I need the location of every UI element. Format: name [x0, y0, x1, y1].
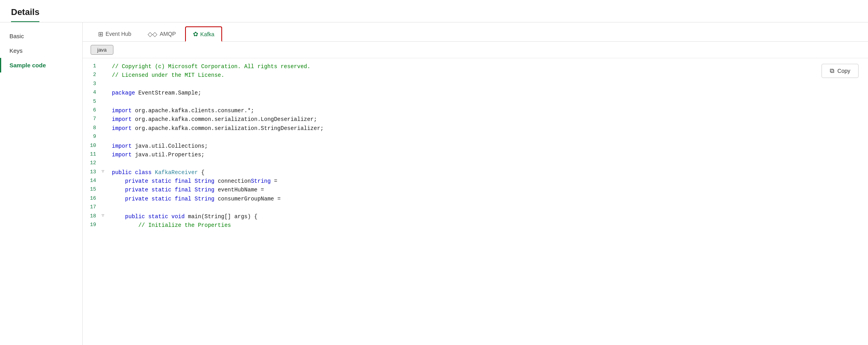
event-hub-icon: ⊞ [98, 30, 103, 38]
line-number: 17 [83, 203, 102, 212]
line-number: 13 [83, 168, 102, 177]
table-row: 17 [83, 203, 868, 212]
tab-event-hub-label: Event Hub [106, 31, 131, 37]
table-row: 10import java.util.Collections; [83, 142, 868, 150]
line-number: 15 [83, 185, 102, 194]
code-line: // Copyright (c) Microsoft Corporation. … [109, 62, 868, 71]
title-bar: Details [0, 0, 868, 22]
tab-amqp-label: AMQP [160, 31, 176, 37]
lang-java-button[interactable]: java [91, 45, 113, 55]
lang-bar: java [83, 42, 868, 58]
fold-icon [102, 221, 109, 230]
page-title: Details [11, 7, 39, 22]
code-line [109, 133, 868, 141]
table-row: 12 [83, 159, 868, 168]
content-area: ⊞ Event Hub ◇◇ AMQP ✿ Kafka java [83, 22, 868, 345]
line-number: 10 [83, 142, 102, 150]
code-line: // Licensed under the MIT License. [109, 71, 868, 80]
code-line: import org.apache.kafka.common.serializa… [109, 115, 868, 124]
tab-kafka[interactable]: ✿ Kafka [185, 26, 223, 42]
code-table: 1// Copyright (c) Microsoft Corporation.… [83, 62, 868, 230]
tab-kafka-label: Kafka [200, 31, 215, 37]
line-number: 7 [83, 115, 102, 124]
fold-icon[interactable]: ▽ [102, 168, 109, 177]
table-row: 8import org.apache.kafka.common.serializ… [83, 124, 868, 133]
fold-icon [102, 177, 109, 185]
code-line: private static final String eventHubName… [109, 185, 868, 194]
fold-icon [102, 80, 109, 89]
table-row: 7import org.apache.kafka.common.serializ… [83, 115, 868, 124]
code-line [109, 80, 868, 89]
line-number: 16 [83, 195, 102, 203]
code-line: // Initialize the Properties [109, 221, 868, 230]
code-line [109, 159, 868, 168]
tab-event-hub[interactable]: ⊞ Event Hub [91, 27, 139, 41]
line-number: 1 [83, 62, 102, 71]
fold-icon [102, 98, 109, 106]
fold-icon [102, 150, 109, 159]
code-line: public class KafkaReceiver { [109, 168, 868, 177]
copy-label: Copy [837, 68, 850, 74]
table-row: 9 [83, 133, 868, 141]
fold-icon [102, 115, 109, 124]
amqp-icon: ◇◇ [148, 30, 157, 38]
line-number: 6 [83, 106, 102, 115]
tab-amqp[interactable]: ◇◇ AMQP [140, 27, 183, 41]
fold-icon [102, 159, 109, 168]
kafka-icon: ✿ [193, 30, 198, 38]
fold-icon[interactable]: ▽ [102, 212, 109, 221]
line-number: 3 [83, 80, 102, 89]
code-line: import java.util.Properties; [109, 150, 868, 159]
sidebar: Basic Keys Sample code [0, 22, 83, 345]
line-number: 11 [83, 150, 102, 159]
table-row: 11import java.util.Properties; [83, 150, 868, 159]
table-row: 4package EventStream.Sample; [83, 89, 868, 97]
line-number: 18 [83, 212, 102, 221]
fold-icon [102, 71, 109, 80]
tab-bar: ⊞ Event Hub ◇◇ AMQP ✿ Kafka [83, 22, 868, 42]
table-row: 13▽public class KafkaReceiver { [83, 168, 868, 177]
table-row: 19 // Initialize the Properties [83, 221, 868, 230]
line-number: 9 [83, 133, 102, 141]
line-number: 2 [83, 71, 102, 80]
table-row: 5 [83, 98, 868, 106]
sidebar-item-sample-code[interactable]: Sample code [0, 58, 82, 72]
table-row: 2// Licensed under the MIT License. [83, 71, 868, 80]
table-row: 1// Copyright (c) Microsoft Corporation.… [83, 62, 868, 71]
table-row: 6import org.apache.kafka.clients.consume… [83, 106, 868, 115]
copy-button-container: ⧉ Copy [822, 64, 859, 78]
code-line: import org.apache.kafka.common.serializa… [109, 124, 868, 133]
table-row: 14 private static final String connectio… [83, 177, 868, 185]
code-wrapper: ⧉ Copy 1// Copyright (c) Microsoft Corpo… [83, 58, 868, 345]
fold-icon [102, 62, 109, 71]
fold-icon [102, 89, 109, 97]
line-number: 19 [83, 221, 102, 230]
code-line: import org.apache.kafka.clients.consumer… [109, 106, 868, 115]
fold-icon [102, 142, 109, 150]
fold-icon [102, 106, 109, 115]
table-row: 15 private static final String eventHubN… [83, 185, 868, 194]
line-number: 5 [83, 98, 102, 106]
code-line: package EventStream.Sample; [109, 89, 868, 97]
copy-button[interactable]: ⧉ Copy [822, 64, 859, 78]
code-line: private static final String connectionSt… [109, 177, 868, 185]
sidebar-item-basic[interactable]: Basic [0, 29, 82, 43]
code-line [109, 203, 868, 212]
line-number: 12 [83, 159, 102, 168]
line-number: 4 [83, 89, 102, 97]
line-number: 8 [83, 124, 102, 133]
app-container: Details Basic Keys Sample code ⊞ Event H… [0, 0, 868, 345]
fold-icon [102, 124, 109, 133]
fold-icon [102, 133, 109, 141]
code-line: private static final String consumerGrou… [109, 195, 868, 203]
copy-icon: ⧉ [830, 67, 834, 74]
table-row: 16 private static final String consumerG… [83, 195, 868, 203]
code-line: public static void main(String[] args) { [109, 212, 868, 221]
fold-icon [102, 195, 109, 203]
sidebar-item-keys[interactable]: Keys [0, 43, 82, 58]
code-area[interactable]: 1// Copyright (c) Microsoft Corporation.… [83, 58, 868, 345]
table-row: 3 [83, 80, 868, 89]
main-layout: Basic Keys Sample code ⊞ Event Hub ◇◇ AM… [0, 22, 868, 345]
code-line: import java.util.Collections; [109, 142, 868, 150]
fold-icon [102, 185, 109, 194]
